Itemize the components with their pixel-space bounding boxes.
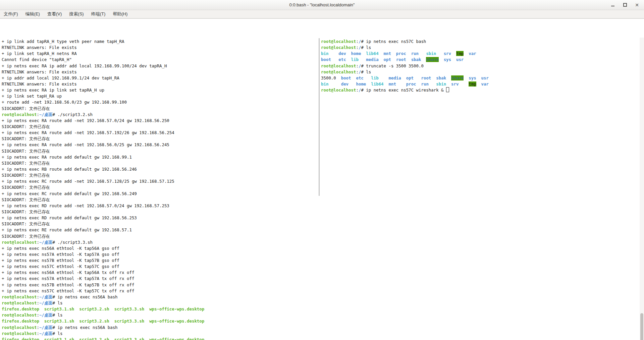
terminal-line: SIOCADDRT: 文件已存在	[2, 184, 204, 190]
menu-item-help[interactable]: 帮助(H)	[109, 11, 131, 17]
terminal-line: + ip netns exec RA route add -net 192.16…	[2, 130, 204, 136]
terminal-line: + ip netns exec RA route add -net 192.16…	[2, 142, 204, 148]
terminal-line: root@localhost:~/桌面# ip netns exec ns56A…	[2, 325, 204, 331]
terminal-line: + route add -net 192.168.56.0/23 gw 192.…	[2, 99, 204, 105]
menu-item-view[interactable]: 查看(V)	[44, 11, 65, 17]
terminal-line: + ip netns exec ns57C ethtool -K tap57C …	[2, 288, 204, 294]
menu-item-terminal[interactable]: 终端(T)	[88, 11, 109, 17]
terminal-line: + ip netns exec RC route add default gw …	[2, 191, 204, 197]
terminal-line: root@localhost:~/桌面# ./script3.3.sh	[2, 239, 204, 245]
terminal-line: bin dev home lib64 mnt proc run sbin srv…	[321, 81, 489, 87]
terminal-line: root@localhost:~/桌面# ls	[2, 300, 204, 306]
titlebar: 0:0:bash - "localhost.localdomain" ✕	[0, 0, 644, 10]
terminal-line: SIOCADDRT: 文件已存在	[2, 221, 204, 227]
terminal-line: root@localhost:~/桌面# ip netns exec ns56A…	[2, 294, 204, 300]
terminal-line: Cannot find device "tapRA_H"	[2, 57, 204, 63]
terminal-line: + ip netns exec ns56A ethtool -K tap56A …	[2, 270, 204, 276]
maximize-icon	[623, 3, 627, 7]
terminal-line: root@localhost:~/桌面# ls	[2, 331, 204, 337]
terminal-line: + ip netns exec RD route add default gw …	[2, 215, 204, 221]
terminal-line: SIOCADDRT: 文件已存在	[2, 197, 204, 203]
window-title: 0:0:bash - "localhost.localdomain"	[289, 2, 355, 7]
terminal-line: bin dev home lib64 mnt proc run sbin srv…	[321, 51, 489, 57]
terminal-line: + ip netns exec RA route add default gw …	[2, 154, 204, 160]
terminal-line: + ip netns exec ns56A ethtool -K tap56A …	[2, 245, 204, 251]
scrollbar-thumb[interactable]	[640, 313, 643, 340]
terminal-line: + ip link add tapRA_H type veth peer nam…	[2, 39, 204, 45]
terminal-line: firefox.desktop script3.1.sh script3.2.s…	[2, 337, 204, 340]
terminal-line: root@localhost:/# ls	[321, 45, 489, 51]
terminal-line: SIOCADDRT: 文件已存在	[2, 160, 204, 166]
terminal-line: + ip netns exec RE route add default gw …	[2, 227, 204, 233]
terminal-line: + ip link set tapH_RA up	[2, 93, 204, 99]
terminal-line: SIOCADDRT: 文件已存在	[2, 233, 204, 239]
window-controls: ✕	[609, 0, 641, 10]
terminal-line: + ip netns exec RA ip link set tapRA_H u…	[2, 87, 204, 93]
terminal-line: root@localhost:/# ip netns exec ns57C wi…	[321, 87, 489, 93]
terminal-line: SIOCADDRT: 文件已存在	[2, 136, 204, 142]
terminal-line: 3500.0 boot etc lib media opt root sbak …	[321, 75, 489, 81]
close-button[interactable]: ✕	[633, 1, 641, 9]
terminal-line: root@localhost:~/桌面# ls	[2, 312, 204, 318]
terminal-line: + ip netns exec RA ip addr add local 192…	[2, 63, 204, 69]
terminal-line: + ip netns exec RB route add default gw …	[2, 166, 204, 172]
terminal-line: RTNETLINK answers: File exists	[2, 69, 204, 75]
menu-item-edit[interactable]: 编辑(E)	[22, 11, 44, 17]
terminal-line: + ip netns exec RD route add -net 192.16…	[2, 203, 204, 209]
terminal-line: + ip netns exec ns57B ethtool -K tap57B …	[2, 258, 204, 264]
terminal-line: + ip link set tapRA_H netns RA	[2, 51, 204, 57]
terminal-line: firefox.desktop script3.1.sh script3.2.s…	[2, 306, 204, 312]
terminal-screen[interactable]: + ip link add tapRA_H type veth peer nam…	[0, 19, 644, 340]
terminal-line: SIOCADDRT: 文件已存在	[2, 106, 204, 112]
tmux-pane-divider[interactable]	[319, 38, 319, 196]
terminal-line: + ip addr add local 192.168.99.1/24 dev …	[2, 75, 204, 81]
minimize-icon	[611, 6, 614, 6]
terminal-line: SIOCADDRT: 文件已存在	[2, 172, 204, 178]
terminal-cursor	[446, 87, 449, 92]
terminal-line: SIOCADDRT: 文件已存在	[2, 148, 204, 154]
terminal-line: root@localhost:/# ip netns exec ns57C ba…	[321, 39, 489, 45]
terminal-line: boot etc lib media opt root sbak share s…	[321, 57, 489, 63]
terminal-line: + ip netns exec ns57A ethtool -K tap57A …	[2, 251, 204, 258]
terminal-line: root@localhost:/# truncate -s 3500 3500.…	[321, 63, 489, 69]
terminal-line: SIOCADDRT: 文件已存在	[2, 124, 204, 130]
terminal-line: + ip netns exec ns57B ethtool -K tap57B …	[2, 282, 204, 288]
terminal-line: + ip netns exec ns57A ethtool -K tap57A …	[2, 276, 204, 282]
terminal-line: + ip netns exec RC route add -net 192.16…	[2, 178, 204, 184]
terminal-line: RTNETLINK answers: File exists	[2, 81, 204, 87]
tmux-right-pane[interactable]: root@localhost:/# ip netns exec ns57C ba…	[321, 39, 489, 93]
terminal-line: root@localhost:~/桌面# ./script3.2.sh	[2, 112, 204, 118]
scrollbar-track[interactable]	[640, 38, 644, 340]
terminal-line: firefox.desktop script3.1.sh script3.2.s…	[2, 318, 204, 324]
menu-item-file[interactable]: 文件(F)	[0, 11, 22, 17]
close-icon: ✕	[635, 2, 639, 8]
terminal-line: + ip netns exec RA route add -net 192.16…	[2, 118, 204, 124]
terminal-line: root@localhost:/# ls	[321, 69, 489, 75]
menubar: 文件(F) 编辑(E) 查看(V) 搜索(S) 终端(T) 帮助(H)	[0, 10, 644, 19]
minimize-button[interactable]	[609, 1, 616, 9]
terminal-line: RTNETLINK answers: File exists	[2, 45, 204, 51]
terminal-line: SIOCADDRT: 文件已存在	[2, 209, 204, 215]
tmux-left-pane[interactable]: + ip link add tapRA_H type veth peer nam…	[2, 39, 204, 340]
menu-item-search[interactable]: 搜索(S)	[65, 11, 87, 17]
maximize-button[interactable]	[621, 1, 629, 9]
terminal-line: + ip netns exec ns57C ethtool -K tap57C …	[2, 264, 204, 270]
